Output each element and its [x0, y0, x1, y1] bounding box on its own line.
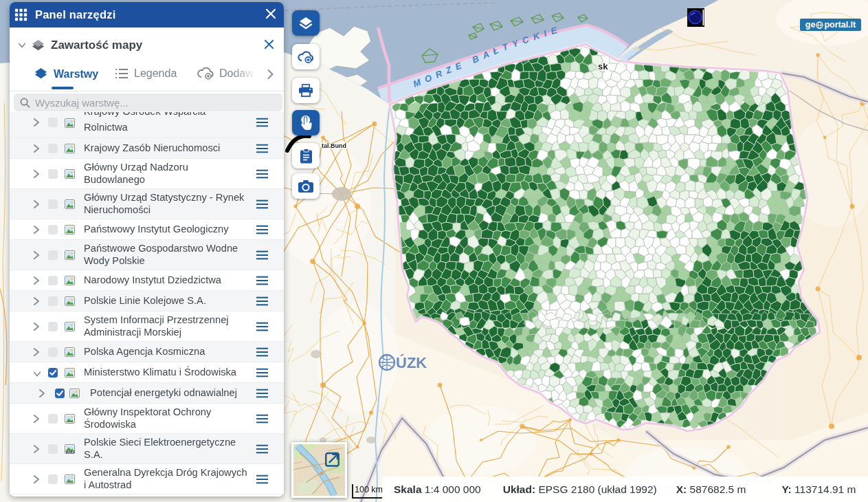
- svg-text:tal.Bund: tal.Bund: [322, 142, 346, 149]
- svg-text:sk: sk: [598, 61, 608, 72]
- svg-text:ÚZK: ÚZK: [396, 354, 427, 371]
- svg-text:WMS: WMS: [66, 450, 76, 454]
